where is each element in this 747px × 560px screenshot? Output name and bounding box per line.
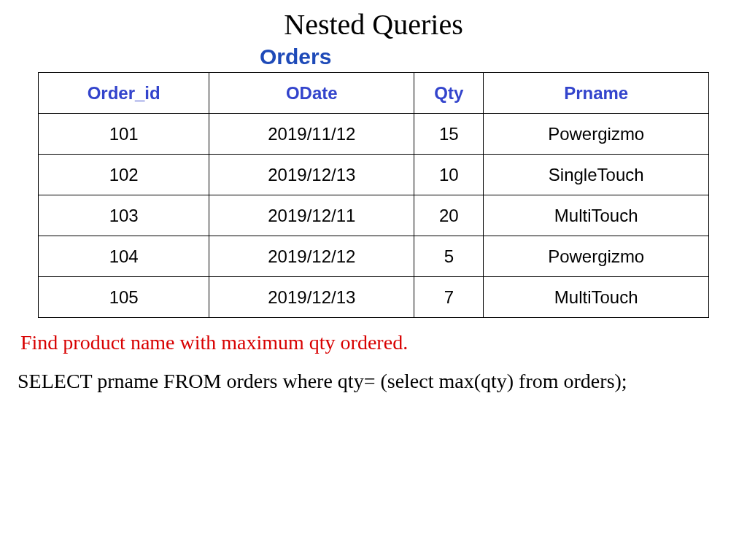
col-qty: Qty (414, 73, 484, 114)
table-row: 105 2019/12/13 7 MultiTouch (39, 277, 709, 318)
cell-qty: 15 (414, 114, 484, 155)
cell-qty: 20 (414, 195, 484, 236)
cell-order-id: 103 (39, 195, 209, 236)
cell-odate: 2019/11/12 (209, 114, 414, 155)
cell-order-id: 105 (39, 277, 209, 318)
table-row: 101 2019/11/12 15 Powergizmo (39, 114, 709, 155)
cell-prname: MultiTouch (484, 277, 709, 318)
cell-prname: Powergizmo (484, 114, 709, 155)
cell-qty: 10 (414, 155, 484, 195)
table-row: 103 2019/12/11 20 MultiTouch (39, 195, 709, 236)
col-prname: Prname (484, 73, 709, 114)
table-row: 104 2019/12/12 5 Powergizmo (39, 236, 709, 277)
cell-odate: 2019/12/12 (209, 236, 414, 277)
page-title: Nested Queries (12, 7, 735, 42)
question-prompt: Find product name with maximum qty order… (20, 331, 727, 354)
col-order-id: Order_id (39, 73, 209, 114)
sql-query: SELECT prname FROM orders where qty= (se… (18, 368, 674, 395)
cell-qty: 5 (414, 236, 484, 277)
cell-prname: Powergizmo (484, 236, 709, 277)
orders-table: Order_id ODate Qty Prname 101 2019/11/12… (38, 72, 709, 318)
cell-prname: MultiTouch (484, 195, 709, 236)
table-title: Orders (260, 44, 735, 69)
cell-order-id: 101 (39, 114, 209, 155)
cell-prname: SingleTouch (484, 155, 709, 195)
cell-qty: 7 (414, 277, 484, 318)
cell-odate: 2019/12/13 (209, 155, 414, 195)
table-header-row: Order_id ODate Qty Prname (39, 73, 709, 114)
cell-order-id: 102 (39, 155, 209, 195)
cell-order-id: 104 (39, 236, 209, 277)
cell-odate: 2019/12/11 (209, 195, 414, 236)
cell-odate: 2019/12/13 (209, 277, 414, 318)
col-odate: ODate (209, 73, 414, 114)
table-row: 102 2019/12/13 10 SingleTouch (39, 155, 709, 195)
